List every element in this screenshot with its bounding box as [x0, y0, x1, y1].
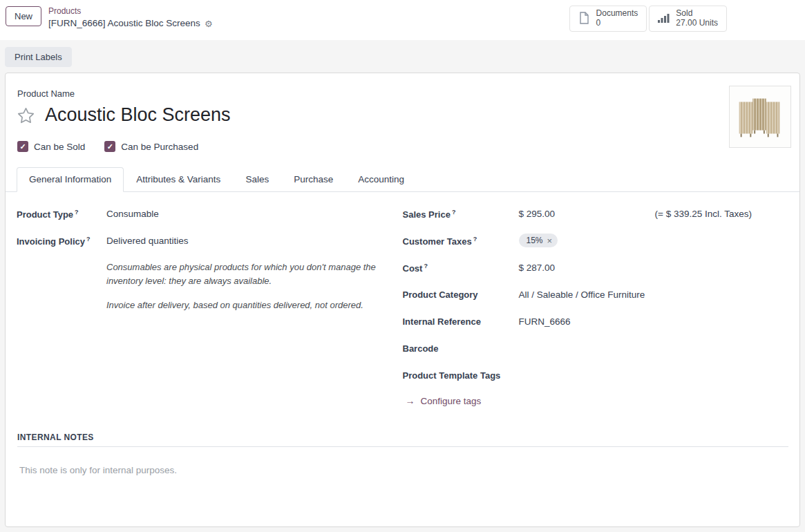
checkbox-checked-icon: ✓: [104, 141, 115, 152]
tag-remove-icon[interactable]: ×: [547, 236, 553, 245]
breadcrumb: Products [FURN_6666] Acoustic Bloc Scree…: [48, 6, 213, 30]
internal-reference-label: Internal Reference: [403, 314, 519, 327]
product-type-label: Product Type?: [17, 207, 106, 220]
product-image[interactable]: [729, 86, 791, 148]
can-be-sold-checkbox[interactable]: ✓ Can be Sold: [17, 141, 85, 152]
tax-tag-label: 15%: [527, 236, 543, 245]
product-title[interactable]: Acoustic Bloc Screens: [45, 104, 231, 126]
can-be-purchased-label: Can be Purchased: [121, 142, 198, 152]
gear-icon[interactable]: ⚙: [205, 19, 213, 30]
internal-reference-value[interactable]: FURN_6666: [519, 314, 571, 327]
top-bar: New Products [FURN_6666] Acoustic Bloc S…: [0, 0, 805, 40]
sold-stat-label: Sold: [676, 9, 692, 19]
left-column: Product Type? Consumable Invoicing Polic…: [17, 207, 403, 406]
status-bar: Print Labels: [0, 40, 805, 73]
sold-stat-button[interactable]: Sold 27.00 Units: [649, 6, 727, 32]
help-icon[interactable]: ?: [86, 236, 91, 243]
bar-chart-icon: [656, 11, 670, 27]
can-be-sold-label: Can be Sold: [34, 142, 85, 152]
internal-notes-editor[interactable]: This note is only for internal purposes.: [17, 447, 788, 502]
consumable-help-text: Consumables are physical products for wh…: [106, 260, 386, 288]
tax-tag[interactable]: 15% ×: [519, 234, 558, 247]
capability-checkboxes: ✓ Can be Sold ✓ Can be Purchased: [17, 141, 788, 152]
tab-purchase[interactable]: Purchase: [281, 167, 345, 192]
stat-button-box: Documents 0 Sold 27.00 Units: [569, 6, 727, 32]
help-icon[interactable]: ?: [473, 236, 477, 243]
cost-value[interactable]: $ 287.00: [519, 260, 556, 273]
sales-price-value[interactable]: $ 295.00: [519, 207, 655, 219]
invoicing-help-text: Invoice after delivery, based on quantit…: [106, 298, 386, 312]
internal-notes-header: INTERNAL NOTES: [17, 433, 788, 447]
new-button[interactable]: New: [6, 6, 41, 26]
documents-stat-button[interactable]: Documents 0: [569, 6, 647, 32]
breadcrumb-area: New Products [FURN_6666] Acoustic Bloc S…: [6, 6, 213, 30]
tab-attributes-variants[interactable]: Attributes & Variants: [124, 167, 233, 192]
cost-label: Cost?: [403, 260, 519, 274]
help-icon[interactable]: ?: [452, 209, 456, 216]
document-icon: [577, 11, 591, 27]
favorite-star-icon[interactable]: [17, 106, 35, 125]
customer-taxes-label: Customer Taxes?: [403, 234, 519, 247]
title-row: Acoustic Bloc Screens: [17, 104, 788, 126]
invoicing-policy-label: Invoicing Policy?: [17, 234, 106, 247]
tab-sales[interactable]: Sales: [233, 167, 281, 192]
form-sheet: Product Name Acoustic Bloc Screens ✓ Can…: [5, 73, 800, 527]
product-category-value[interactable]: All / Saleable / Office Furniture: [519, 287, 645, 300]
help-icon[interactable]: ?: [75, 209, 79, 216]
sold-stat-value: 27.00 Units: [676, 19, 718, 28]
print-labels-button[interactable]: Print Labels: [5, 47, 72, 67]
documents-stat-label: Documents: [596, 9, 638, 19]
invoicing-policy-value[interactable]: Delivered quantities: [106, 234, 189, 246]
sales-price-incl-taxes: (= $ 339.25 Incl. Taxes): [655, 207, 752, 219]
help-icon[interactable]: ?: [424, 263, 428, 269]
configure-tags-link[interactable]: Configure tags: [421, 396, 482, 406]
tab-bar: General Information Attributes & Variant…: [6, 167, 799, 192]
product-template-tags-label: Product Template Tags: [403, 368, 519, 381]
barcode-label: Barcode: [403, 341, 519, 354]
product-category-label: Product Category: [403, 287, 519, 300]
product-name-label: Product Name: [17, 88, 788, 99]
record-title: [FURN_6666] Acoustic Bloc Screens: [48, 18, 200, 29]
can-be-purchased-checkbox[interactable]: ✓ Can be Purchased: [104, 141, 198, 152]
tab-accounting[interactable]: Accounting: [345, 167, 417, 192]
customer-taxes-value[interactable]: 15% ×: [519, 234, 558, 247]
right-column: Sales Price? $ 295.00 (= $ 339.25 Incl. …: [403, 207, 789, 406]
tab-general-information[interactable]: General Information: [17, 167, 124, 192]
product-type-value[interactable]: Consumable: [106, 207, 159, 219]
general-information-panel: Product Type? Consumable Invoicing Polic…: [17, 192, 788, 406]
documents-stat-value: 0: [596, 19, 601, 28]
breadcrumb-products-link[interactable]: Products: [48, 6, 81, 16]
arrow-right-icon: →: [406, 395, 415, 406]
checkbox-checked-icon: ✓: [17, 141, 28, 152]
sales-price-label: Sales Price?: [403, 207, 519, 220]
configure-tags-row: → Configure tags: [406, 395, 789, 406]
page-background: Print Labels: [0, 40, 805, 532]
